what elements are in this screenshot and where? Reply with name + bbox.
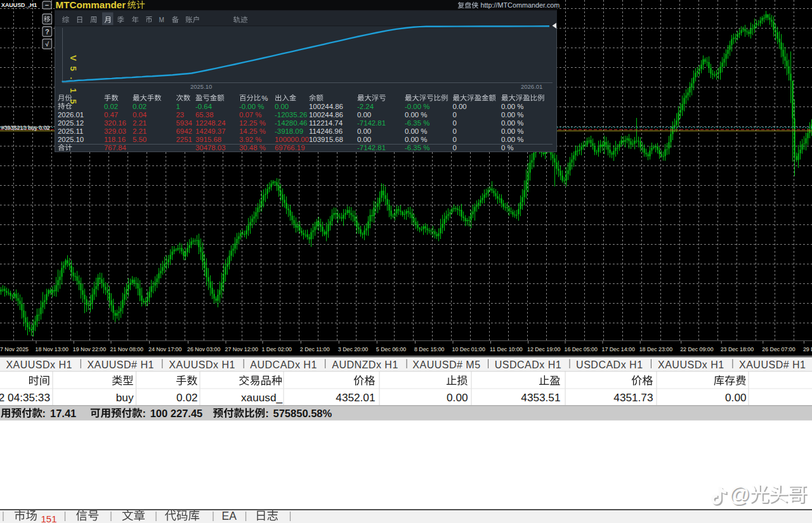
svg-text:0.00 %: 0.00 % — [501, 111, 523, 119]
svg-text:18 Dec 23:00: 18 Dec 23:00 — [639, 346, 672, 352]
svg-text:24 Nov 17:00: 24 Nov 17:00 — [148, 346, 181, 352]
svg-text:0.07 %: 0.07 % — [239, 111, 261, 119]
svg-text:5 Dec 06:00: 5 Dec 06:00 — [376, 346, 407, 352]
svg-text:MTCommander: MTCommander — [56, 0, 126, 10]
svg-text:4352.01: 4352.01 — [336, 391, 375, 404]
svg-text:5: 5 — [69, 100, 78, 105]
svg-text:0.00 %: 0.00 % — [405, 111, 427, 119]
svg-text:2.21: 2.21 — [133, 127, 147, 135]
svg-text:11 Dec 10:00: 11 Dec 10:00 — [490, 346, 523, 352]
svg-text:XAUUSD# H1: XAUUSD# H1 — [739, 359, 806, 370]
svg-text:26 Dec 07:00: 26 Dec 07:00 — [762, 346, 795, 352]
svg-text:10 Dec 01:00: 10 Dec 01:00 — [452, 346, 485, 352]
svg-text:0: 0 — [453, 111, 457, 119]
svg-text:5.50: 5.50 — [133, 136, 147, 143]
svg-text:2025.11: 2025.11 — [58, 127, 83, 135]
svg-text:0.00: 0.00 — [275, 103, 289, 110]
svg-text:329.03: 329.03 — [104, 127, 126, 135]
svg-text:12248.24: 12248.24 — [195, 119, 226, 127]
svg-text:23 Dec 18:00: 23 Dec 18:00 — [721, 346, 754, 352]
svg-text:17 Dec 14:00: 17 Dec 14:00 — [602, 346, 635, 352]
svg-text:EA: EA — [222, 510, 237, 522]
svg-text::: : — [43, 408, 46, 419]
svg-text:100244.86: 100244.86 — [309, 103, 343, 110]
svg-text:xauusd_: xauusd_ — [241, 391, 282, 404]
svg-text:6942: 6942 — [176, 127, 192, 135]
svg-text:M: M — [159, 16, 164, 23]
svg-text:0.00: 0.00 — [357, 127, 371, 135]
svg-text:buy: buy — [116, 391, 134, 404]
svg-text:0 %: 0 % — [501, 144, 514, 152]
svg-text:0.00 %: 0.00 % — [501, 119, 523, 127]
svg-text:@: @ — [729, 482, 750, 506]
svg-text:%: % — [261, 94, 268, 102]
svg-text:100000.00: 100000.00 — [275, 136, 309, 143]
svg-text:USDCADx H1: USDCADx H1 — [576, 359, 643, 370]
svg-text:575850.58%: 575850.58% — [273, 408, 332, 419]
svg-text:0.00 %: 0.00 % — [501, 103, 523, 110]
svg-text:30478.03: 30478.03 — [195, 144, 226, 152]
svg-text:2251: 2251 — [176, 136, 192, 143]
svg-text:4351.73: 4351.73 — [613, 391, 653, 404]
svg-text:18 Nov 13:00: 18 Nov 13:00 — [36, 346, 69, 352]
svg-text:XAUUSDx H1: XAUUSDx H1 — [658, 359, 724, 370]
svg-text:0: 0 — [453, 127, 457, 135]
svg-text:767.84: 767.84 — [104, 144, 126, 152]
svg-text:XAUUSD# M5: XAUUSD# M5 — [412, 359, 480, 370]
svg-text:0.00: 0.00 — [725, 391, 746, 404]
svg-text:3 Dec 20:00: 3 Dec 20:00 — [338, 346, 369, 352]
svg-text:2026.01: 2026.01 — [58, 111, 84, 119]
svg-text:0.02: 0.02 — [104, 103, 118, 110]
svg-text:AUDCADx H1: AUDCADx H1 — [250, 359, 317, 370]
svg-text:3915.68: 3915.68 — [195, 136, 221, 143]
svg-text:320.16: 320.16 — [104, 119, 126, 127]
svg-text:0.00 %: 0.00 % — [405, 136, 427, 143]
svg-text:12 Dec 19:00: 12 Dec 19:00 — [527, 346, 560, 352]
svg-text:69766.19: 69766.19 — [275, 144, 305, 152]
svg-text:3.92 %: 3.92 % — [239, 136, 261, 143]
svg-text:-6.35 %: -6.35 % — [405, 119, 429, 127]
svg-text:0.47: 0.47 — [104, 111, 118, 119]
svg-text:2025.10: 2025.10 — [58, 136, 84, 143]
svg-text:1: 1 — [69, 88, 78, 93]
svg-text:http://MTCommander.com: http://MTCommander.com — [481, 1, 560, 9]
svg-text::: : — [143, 408, 147, 419]
svg-text:27 Nov 12:00: 27 Nov 12:00 — [225, 346, 258, 352]
svg-text:1: 1 — [176, 103, 180, 110]
svg-text:0.00: 0.00 — [447, 391, 468, 404]
svg-text:23: 23 — [176, 111, 185, 119]
svg-text:0.02: 0.02 — [176, 391, 197, 404]
svg-text:100244.86: 100244.86 — [309, 111, 343, 119]
svg-text:−: − — [45, 1, 49, 9]
svg-text:2.21: 2.21 — [133, 119, 147, 127]
svg-text:100 227.45: 100 227.45 — [150, 408, 203, 419]
svg-text:#3935213 buy 0.02: #3935213 buy 0.02 — [1, 125, 50, 131]
svg-text:-7142.81: -7142.81 — [357, 144, 386, 152]
svg-text:103915.68: 103915.68 — [309, 136, 343, 143]
svg-text:0.00: 0.00 — [357, 111, 371, 119]
svg-text:114246.96: 114246.96 — [309, 127, 343, 135]
svg-text:26 Nov 03:00: 26 Nov 03:00 — [187, 346, 220, 352]
svg-text:0: 0 — [453, 144, 457, 152]
svg-text:0.04: 0.04 — [133, 111, 147, 119]
svg-text::: : — [265, 408, 269, 419]
svg-text:1 Dec 02:00: 1 Dec 02:00 — [262, 346, 292, 352]
svg-text:-2.24: -2.24 — [357, 103, 374, 110]
svg-text:-0.64: -0.64 — [195, 103, 212, 110]
svg-text:2025.12: 2025.12 — [58, 119, 84, 127]
svg-text:USDCADx H1: USDCADx H1 — [495, 359, 561, 370]
svg-text:0.02: 0.02 — [133, 103, 147, 110]
svg-text:-3918.09: -3918.09 — [275, 127, 303, 135]
svg-text:151: 151 — [41, 513, 57, 523]
svg-text:65.38: 65.38 — [195, 111, 214, 119]
svg-text:19 Nov 22:00: 19 Nov 22:00 — [73, 346, 106, 352]
svg-text:14.25 %: 14.25 % — [239, 127, 266, 135]
svg-text:0.00 %: 0.00 % — [405, 127, 427, 135]
svg-text:2025.10: 2025.10 — [190, 83, 212, 90]
svg-text:0.00 %: 0.00 % — [501, 127, 523, 135]
svg-text:29 Dec: 29 Dec — [803, 346, 812, 352]
svg-text:-7142.81: -7142.81 — [357, 119, 386, 127]
svg-text:5: 5 — [69, 67, 78, 72]
svg-text:-0.00 %: -0.00 % — [405, 103, 429, 110]
svg-text:12.25 %: 12.25 % — [239, 119, 266, 127]
